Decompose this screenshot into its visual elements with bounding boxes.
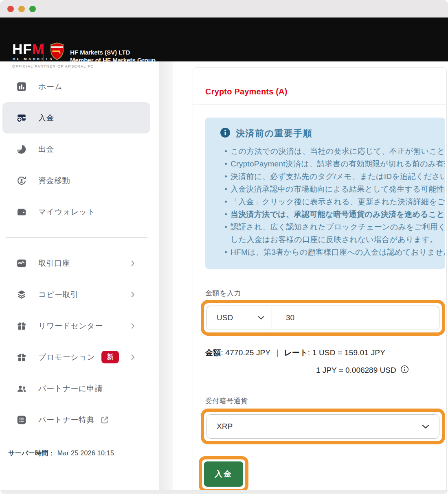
sidebar-divider	[6, 237, 147, 238]
list-icon	[16, 415, 27, 425]
sidebar-item-withdraw[interactable]: 出金	[2, 133, 150, 165]
sidebar-item-label: ホーム	[38, 81, 62, 92]
brand-header: HFM HF MARKETS OFFICIAL PARTNER OF ARSEN…	[0, 17, 448, 61]
sidebar-gutter	[159, 61, 173, 494]
amount-highlight-ring: USD 1	[201, 300, 445, 336]
info-icon	[220, 127, 231, 140]
minimize-window-button[interactable]	[18, 6, 25, 12]
partner-text: OFFICIAL PARTNER OF ARSENAL FC	[12, 64, 94, 68]
entity-text: HF Markets (SV) LTD Member of HF Markets…	[70, 48, 156, 64]
sidebar-item-reward-center[interactable]: リワードセンター	[2, 310, 150, 341]
bar-chart-icon	[16, 81, 27, 92]
brand-divider	[43, 43, 44, 61]
amount-input[interactable]	[272, 306, 439, 330]
info-bullet: 認証され、広く認知されたブロックチェーンのみをご利用くださ	[205, 221, 445, 233]
hfm-logo-subtext: HF MARKETS	[13, 57, 54, 61]
sidebar-item-partner-benefits[interactable]: パートナー特典	[2, 404, 150, 435]
close-window-button[interactable]	[7, 6, 14, 12]
sidebar-item-trading-accounts[interactable]: 取引口座	[2, 247, 150, 279]
sidebar-item-promotions[interactable]: プロモーション 新	[2, 341, 150, 373]
pie-chart-icon	[16, 144, 27, 155]
sidebar-item-apply-partner[interactable]: パートナーに申請	[2, 373, 150, 404]
sidebar-item-copy-trading[interactable]: コピー取引	[2, 279, 150, 310]
sidebar-item-label: 資金移動	[38, 175, 70, 186]
sidebar-item-label: 取引口座	[38, 258, 70, 269]
chevron-right-icon	[131, 291, 135, 298]
chevron-right-icon	[131, 354, 135, 361]
new-badge: 新	[101, 351, 119, 363]
sidebar-item-deposit[interactable]: 入金	[2, 102, 150, 133]
arsenal-crest-icon	[49, 41, 65, 63]
submit-highlight-ring: 入金 3	[199, 456, 248, 492]
wallet-plus-icon	[16, 113, 27, 123]
info-bullet: この方法での決済は、当社の要求に応じて、不正が無いことを確認	[205, 145, 445, 157]
currency-selected-value: USD	[217, 313, 233, 322]
external-link-icon	[100, 415, 109, 424]
card-divider	[193, 104, 446, 105]
sidebar-item-transfer[interactable]: 資金移動	[2, 165, 150, 196]
rate-amount-label: 金額	[205, 348, 221, 357]
sidebar-item-label: 入金	[38, 113, 54, 123]
amount-input-group: USD	[206, 306, 439, 330]
sidebar-item-label: コピー取引	[38, 289, 78, 300]
info-bullet-continuation: した入金はお客様の口座に反映されない場合があります。	[205, 233, 445, 246]
entity-line1: HF Markets (SV) LTD	[70, 48, 156, 56]
zoom-window-button[interactable]	[29, 6, 36, 12]
gift-icon	[16, 321, 27, 331]
window-bottom-edge	[0, 490, 448, 494]
sidebar-item-my-wallet[interactable]: マイウォレット	[2, 196, 150, 227]
info-outline-icon[interactable]	[400, 365, 409, 376]
important-steps-info-box: 決済前の重要手順 この方法での決済は、当社の要求に応じて、不正が無いことを確認 …	[205, 118, 445, 269]
sidebar-item-home[interactable]: ホーム	[2, 71, 150, 102]
hfm-logo-hf: HF	[12, 41, 32, 57]
amount-field-label: 金額を入力	[205, 289, 241, 298]
chevron-right-icon	[131, 260, 135, 267]
people-icon	[16, 383, 27, 394]
entity-line2: Member of HF Markets Group	[70, 56, 156, 64]
layers-icon	[16, 289, 27, 300]
hfm-logo: HFM	[12, 42, 44, 56]
info-bullet: 決済前に、必ず支払先のタグ/メモ、またはIDを追記ください。	[205, 170, 445, 183]
transfer-arrows-icon	[16, 175, 27, 186]
sidebar-item-label: プロモーション	[38, 352, 95, 363]
main-content: Crypto Payments (A) 決済前の重要手順 この方法での決済は、当…	[173, 61, 448, 494]
chevron-right-icon	[131, 323, 135, 329]
inverse-rate-value: 1 JPY = 0.006289 USD	[316, 366, 396, 375]
sidebar-item-label: マイウォレット	[38, 207, 95, 217]
payment-card: Crypto Payments (A) 決済前の重要手順 この方法での決済は、当…	[193, 67, 447, 494]
crypto-field-label: 受付暗号通貨	[205, 396, 248, 406]
page-title: Crypto Payments (A)	[205, 87, 288, 96]
server-time: サーバー時間：Mar 25 2026 10:15	[8, 449, 159, 458]
hfm-logo-m: M	[32, 41, 44, 57]
chevron-down-icon	[258, 316, 264, 320]
sidebar-item-label: 出金	[38, 144, 54, 155]
crypto-selected-value: XRP	[217, 422, 233, 431]
info-bullet-list: この方法での決済は、当社の要求に応じて、不正が無いことを確認 CryptoPay…	[205, 145, 445, 258]
currency-select[interactable]: USD	[207, 306, 272, 330]
info-box-title: 決済前の重要手順	[236, 127, 313, 140]
titlebar	[0, 0, 448, 17]
rate-separator: ｜	[273, 348, 281, 357]
wallet-icon	[16, 207, 27, 217]
chevron-down-icon	[422, 424, 429, 429]
sidebar-item-label: リワードセンター	[38, 321, 103, 331]
inverse-rate-line: 1 JPY = 0.006289 USD	[316, 365, 409, 376]
info-bullet: CryptoPayment決済は、請求書の有効期限が切れる前のみ有効で	[205, 157, 445, 170]
deposit-button[interactable]: 入金	[204, 461, 243, 487]
chart-card-icon	[16, 258, 27, 269]
rate-rate-label: レート	[284, 348, 308, 357]
rate-rate-value: : 1 USD = 159.01 JPY	[308, 348, 385, 357]
info-bullet: 当決済方法では、承認可能な暗号通貨のみ決済を進めることがで	[205, 208, 445, 221]
crypto-select[interactable]: XRP	[206, 414, 439, 439]
info-bullet: 「入金」クリック後に表示される、更新された決済詳細をご確認	[205, 195, 445, 208]
server-time-value: Mar 25 2026 10:15	[57, 450, 114, 457]
server-time-label: サーバー時間：	[8, 450, 55, 457]
sidebar-item-label: パートナーに申請	[38, 383, 103, 394]
crypto-highlight-ring: XRP 2	[201, 409, 445, 444]
sidebar-item-label: パートナー特典	[38, 415, 94, 425]
gift-icon	[16, 352, 27, 363]
app-window: HFM HF MARKETS OFFICIAL PARTNER OF ARSEN…	[0, 0, 448, 494]
sidebar-divider	[6, 443, 147, 443]
sidebar: ホーム 入金 出金 資金移動	[0, 61, 159, 494]
rate-amount-value: : 4770.25 JPY	[221, 348, 270, 357]
